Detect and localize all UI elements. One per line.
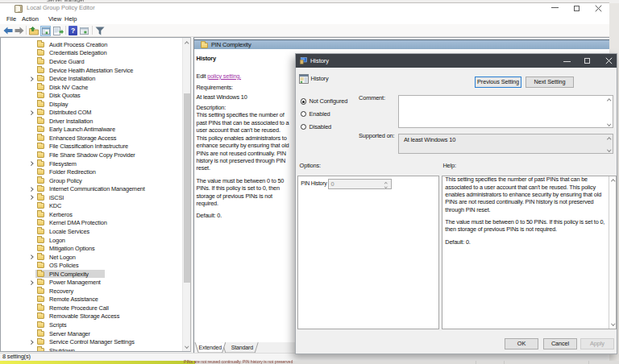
svg-text:Extended: Extended: [199, 345, 222, 351]
svg-text:Standard: Standard: [231, 345, 253, 351]
